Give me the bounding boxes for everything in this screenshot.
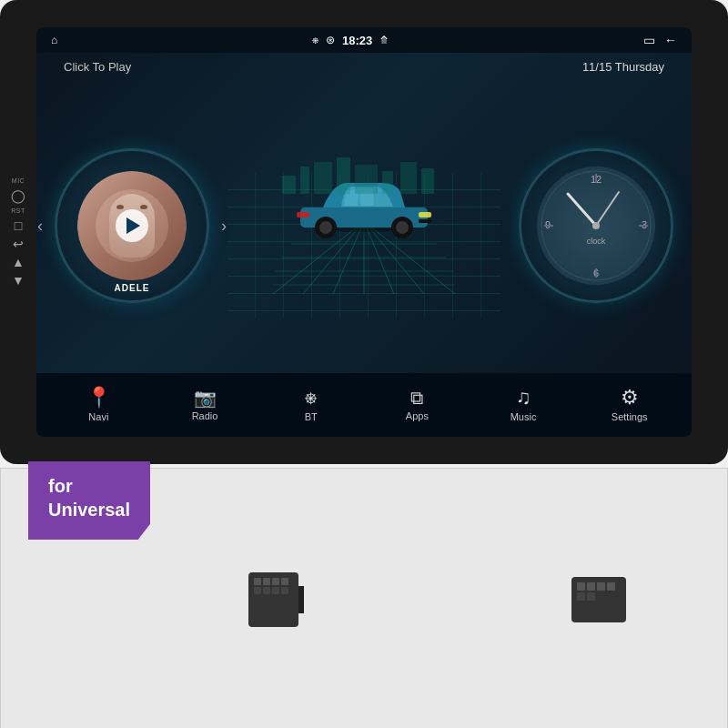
status-bar: ⌂ ⎈ ⊛ 18:23 ⤊ ▭ ← xyxy=(36,27,692,53)
svg-point-39 xyxy=(592,222,600,229)
nav-item-settings[interactable]: ⚙ Settings xyxy=(576,388,682,422)
status-left: ⌂ xyxy=(51,34,57,46)
radio-icon: 📷 xyxy=(194,389,217,407)
bt-icon: ⎈ xyxy=(305,388,317,408)
bluetooth-icon: ⎈ xyxy=(312,34,318,46)
svg-point-16 xyxy=(396,221,409,234)
svg-rect-24 xyxy=(355,165,378,194)
radio-label: Radio xyxy=(192,410,218,421)
svg-rect-26 xyxy=(400,162,417,194)
play-triangle-icon xyxy=(126,217,140,234)
product-section: for Universal xyxy=(0,468,728,728)
svg-point-14 xyxy=(319,221,332,234)
settings-icon: ⚙ xyxy=(621,388,639,408)
navi-label: Navi xyxy=(88,411,108,422)
mic-label: MIC xyxy=(12,177,25,184)
back-button[interactable]: ↩ xyxy=(13,238,24,250)
navi-icon: 📍 xyxy=(86,388,111,408)
skyline-svg xyxy=(273,157,455,194)
svg-rect-17 xyxy=(419,212,431,217)
track-name: ADELE xyxy=(57,283,207,293)
svg-rect-25 xyxy=(382,171,393,194)
date-display: 11/15 Thursday xyxy=(582,60,664,74)
analog-clock: 12 3 6 9 xyxy=(519,148,673,303)
power-button[interactable]: ◯ xyxy=(11,189,25,202)
prev-button[interactable]: ‹ xyxy=(37,216,43,235)
svg-rect-23 xyxy=(337,157,350,194)
side-button-panel: MIC ◯ RST □ ↩ ▲ ▼ xyxy=(11,177,25,287)
car-head-unit: MIC ◯ RST □ ↩ ▲ ▼ ⌂ ⎈ ⊛ 18:23 ⤊ ▭ ← xyxy=(0,0,728,464)
clock-face: 12 3 6 9 xyxy=(537,167,655,285)
status-right: ▭ ← xyxy=(643,33,677,47)
wire-harness xyxy=(248,572,626,627)
svg-line-38 xyxy=(596,192,619,226)
bt-label: BT xyxy=(305,411,318,422)
window-icon: ▭ xyxy=(643,33,655,47)
badge-line2: Universal xyxy=(48,500,130,520)
rst-label: RST xyxy=(11,207,25,214)
svg-text:clock: clock xyxy=(587,237,606,246)
clock-time: 18:23 xyxy=(342,34,372,47)
badge-line1: for xyxy=(48,476,73,496)
wifi-icon: ⊛ xyxy=(326,34,335,46)
play-button[interactable] xyxy=(116,209,148,242)
player-inner xyxy=(77,171,187,280)
nav-item-music[interactable]: ♫ Music xyxy=(470,388,577,422)
apps-icon: ⧉ xyxy=(410,389,423,407)
compatibility-badge: for Universal xyxy=(28,461,150,540)
main-content: Click To Play 11/15 Thursday xyxy=(36,53,692,373)
svg-rect-20 xyxy=(282,176,296,194)
apps-label: Apps xyxy=(406,410,429,421)
clock-svg: 12 3 6 9 xyxy=(537,167,655,285)
home-status-icon: ⌂ xyxy=(51,34,57,46)
svg-rect-21 xyxy=(300,167,309,194)
click-to-play-text[interactable]: Click To Play xyxy=(64,60,131,74)
music-label: Music xyxy=(511,411,537,422)
next-button[interactable]: › xyxy=(221,216,227,235)
home-button[interactable]: □ xyxy=(15,219,22,232)
bottom-nav: 📍 Navi 📷 Radio ⎈ BT ⧉ Apps ♫ Music ⚙ Set xyxy=(36,373,692,437)
svg-rect-27 xyxy=(421,168,434,194)
connector-right xyxy=(571,577,626,622)
status-center: ⎈ ⊛ 18:23 ⤊ xyxy=(312,34,389,47)
music-icon: ♫ xyxy=(516,388,531,408)
settings-label: Settings xyxy=(612,411,648,422)
svg-rect-22 xyxy=(314,162,332,194)
nav-item-radio[interactable]: 📷 Radio xyxy=(152,389,258,421)
svg-line-37 xyxy=(568,194,596,226)
instruments-row: ADELE ‹ › xyxy=(36,77,692,373)
screen: ⌂ ⎈ ⊛ 18:23 ⤊ ▭ ← Click To Play 11/15 Th… xyxy=(36,27,692,437)
expand-icon: ⤊ xyxy=(379,34,389,46)
back-nav-icon[interactable]: ← xyxy=(664,33,677,47)
nav-item-apps[interactable]: ⧉ Apps xyxy=(364,389,470,421)
connector-left xyxy=(248,572,298,627)
wire-bundle xyxy=(308,586,562,613)
nav-item-bt[interactable]: ⎈ BT xyxy=(258,388,364,422)
svg-rect-19 xyxy=(419,219,431,223)
nav-item-navi[interactable]: 📍 Navi xyxy=(46,388,152,422)
svg-rect-18 xyxy=(297,212,309,217)
info-row: Click To Play 11/15 Thursday xyxy=(36,53,692,77)
vol-down-button[interactable]: ▼ xyxy=(12,274,25,287)
vol-up-button[interactable]: ▲ xyxy=(12,256,25,268)
car-center-visual xyxy=(209,157,519,294)
music-player-circle[interactable]: ADELE ‹ › xyxy=(55,148,209,303)
